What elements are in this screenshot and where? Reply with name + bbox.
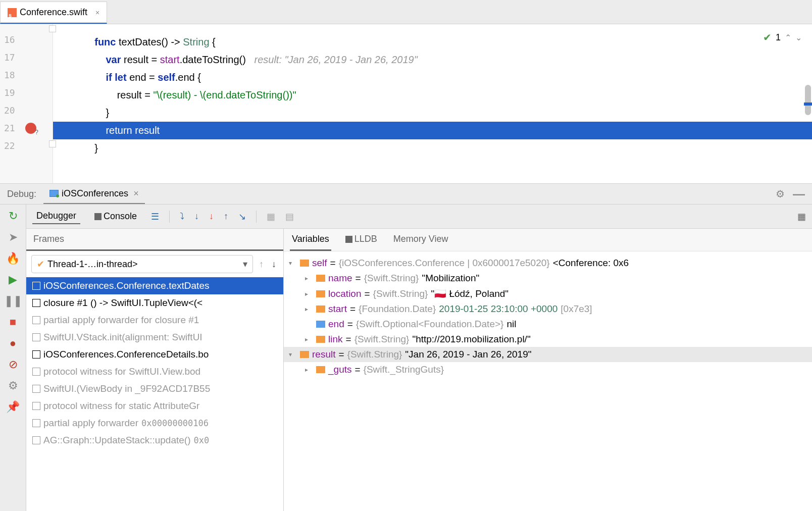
code-area[interactable]: func textDates() -> String { var result … [53, 24, 812, 183]
debugger-tabs: Debugger Console ☰ ⤵ ↓ ↓ ↑ ↘ ▦ ▤ ▦ [26, 205, 812, 229]
object-icon [300, 260, 309, 267]
resume-icon[interactable]: ▶ [9, 273, 17, 286]
console-tab[interactable]: Console [90, 209, 141, 224]
scrollbar[interactable] [805, 85, 811, 115]
frame-item[interactable]: protocol witness for static AttributeGr [26, 397, 283, 415]
frame-item[interactable]: AG::Graph::UpdateStack::update() 0x0 [26, 432, 283, 449]
frames-variables-split: Frames ✔ Thread-1-…in-thread> ▾ ↑ ↓ iOSC… [26, 229, 812, 511]
chevron-right-icon[interactable]: ▸ [305, 290, 313, 297]
step-into-icon[interactable]: ↓ [194, 211, 199, 222]
threads-icon[interactable]: ☰ [151, 211, 159, 222]
line-number: 21 [4, 123, 15, 133]
chevron-right-icon[interactable]: ▸ [305, 305, 313, 313]
variable-row[interactable]: ▸ link = {Swift.String} "http://2019.mob… [284, 332, 812, 347]
gutter: 16 17 18 19 20 21 22 [0, 24, 53, 183]
chevron-down-icon[interactable]: ⌄ [795, 33, 802, 42]
debugger-tab[interactable]: Debugger [32, 209, 80, 224]
prev-frame-icon[interactable]: ↑ [257, 259, 266, 270]
stop-icon[interactable]: ■ [10, 316, 16, 329]
debug-action-toolbar: ↻ ➤ 🔥 ▶ ❚❚ ■ ● ⊘ ⚙ 📌 [0, 205, 26, 511]
variable-row[interactable]: ▸ _guts = {Swift._StringGuts} [284, 362, 812, 377]
frame-item[interactable]: SwiftUI.(ViewBody in _9F92ACD17B55 [26, 380, 283, 397]
chevron-right-icon[interactable]: ▸ [305, 336, 313, 343]
frame-item[interactable]: partial apply forwarder for closure #1 [26, 312, 283, 329]
frame-icon [32, 316, 40, 324]
frame-icon [32, 402, 40, 410]
object-icon [316, 305, 325, 313]
close-tab-icon[interactable]: × [95, 9, 99, 17]
minimize-icon[interactable]: — [793, 187, 805, 201]
layout-icon[interactable]: ▦ [797, 211, 806, 222]
flame-icon[interactable]: 🔥 [6, 252, 20, 265]
variables-panel: Variables LLDB Memory View ▾ self = {iOS… [284, 229, 812, 511]
line-number: 16 [4, 34, 15, 45]
rerun-icon[interactable]: ↻ [9, 210, 18, 223]
run-to-cursor-icon[interactable]: ↘ [238, 211, 246, 222]
line-number: 20 [4, 105, 15, 116]
frame-item[interactable]: SwiftUI.VStack.init(alignment: SwiftUI [26, 329, 283, 346]
frame-icon [32, 282, 40, 290]
frame-item[interactable]: partial apply forwarder 0x00000000106 [26, 415, 283, 432]
navigate-icon[interactable]: ➤ [9, 231, 18, 244]
separator [169, 211, 170, 223]
variable-row[interactable]: ▸ name = {Swift.String} "Mobilization" [284, 271, 812, 286]
evaluate-icon[interactable]: ▦ [267, 211, 275, 222]
lldb-tab[interactable]: LLDB [343, 229, 379, 251]
chevron-down-icon[interactable]: ▾ [289, 351, 297, 358]
frame-item[interactable]: protocol witness for SwiftUI.View.bod [26, 363, 283, 380]
chevron-up-icon[interactable]: ⌃ [785, 33, 791, 42]
chevron-down-icon: ▾ [243, 259, 247, 270]
mute-breakpoints-icon[interactable]: ⊘ [9, 358, 18, 371]
breakpoint-icon[interactable] [25, 123, 36, 134]
file-tab[interactable]: Conference.swift × [0, 2, 107, 24]
step-out-icon[interactable]: ↑ [224, 211, 228, 222]
line-number: 19 [4, 87, 15, 98]
variable-row[interactable]: ▸ location = {Swift.String} "🇵🇱 Łódź, Po… [284, 286, 812, 301]
debug-panel: ↻ ➤ 🔥 ▶ ❚❚ ■ ● ⊘ ⚙ 📌 Debugger Console ☰ … [0, 205, 812, 511]
thread-dropdown[interactable]: ✔ Thread-1-…in-thread> ▾ [31, 255, 253, 273]
gear-icon[interactable]: ⚙ [776, 188, 785, 200]
tab-filename: Conference.swift [20, 7, 87, 18]
frame-item[interactable]: iOSConferences.Conference.textDates [26, 277, 283, 294]
swift-file-icon [8, 8, 17, 17]
object-icon [316, 275, 325, 282]
trace-icon[interactable]: ▤ [285, 211, 294, 222]
frame-item[interactable]: iOSConferences.ConferenceDetails.bo [26, 346, 283, 363]
primitive-icon [316, 321, 325, 328]
next-frame-icon[interactable]: ↓ [270, 259, 278, 270]
pause-icon[interactable]: ❚❚ [4, 294, 22, 308]
debug-run-tab[interactable]: iOSConferences × [43, 184, 145, 204]
frames-header: Frames [26, 229, 283, 251]
object-icon [300, 351, 309, 358]
frame-icon [32, 350, 40, 359]
chevron-right-icon[interactable]: ▸ [305, 366, 313, 373]
inspection-widget[interactable]: ✔ 1 ⌃ ⌄ [763, 31, 802, 43]
variable-row[interactable]: ▾ result = {Swift.String} "Jan 26, 2019 … [284, 347, 812, 362]
checkmark-icon: ✔ [763, 31, 772, 43]
close-icon[interactable]: × [133, 188, 139, 199]
settings-icon[interactable]: ⚙ [8, 379, 18, 392]
step-over-icon[interactable]: ⤵ [180, 211, 184, 222]
frame-item[interactable]: closure #1 () -> SwiftUI.TupleView<(< [26, 294, 283, 312]
view-breakpoints-icon[interactable]: ● [10, 337, 16, 350]
chevron-down-icon[interactable]: ▾ [289, 260, 297, 267]
console-icon [345, 236, 352, 243]
variable-row[interactable]: ▾ self = {iOSConferences.Conference | 0x… [284, 255, 812, 271]
memory-view-tab[interactable]: Memory View [391, 229, 450, 251]
code-editor[interactable]: 16 17 18 19 20 21 22 func textDates() ->… [0, 24, 812, 183]
console-icon [94, 213, 102, 220]
frame-icon [32, 385, 40, 393]
variables-tab[interactable]: Variables [290, 229, 331, 251]
variable-row[interactable]: end = {Swift.Optional<Foundation.Date>} … [284, 317, 812, 332]
checkmark-icon: ✔ [37, 259, 44, 270]
frame-icon [32, 368, 40, 376]
force-step-into-icon[interactable]: ↓ [209, 211, 214, 222]
pin-icon[interactable]: 📌 [6, 400, 20, 414]
debug-config-name: iOSConferences [62, 188, 128, 199]
debug-config-icon [49, 190, 59, 197]
editor-tab-bar: Conference.swift × [0, 0, 812, 24]
thread-selector-row: ✔ Thread-1-…in-thread> ▾ ↑ ↓ [26, 251, 283, 277]
variable-row[interactable]: ▸ start = {Foundation.Date} 2019-01-25 2… [284, 301, 812, 317]
chevron-right-icon[interactable]: ▸ [305, 275, 313, 282]
frame-icon [32, 299, 40, 307]
